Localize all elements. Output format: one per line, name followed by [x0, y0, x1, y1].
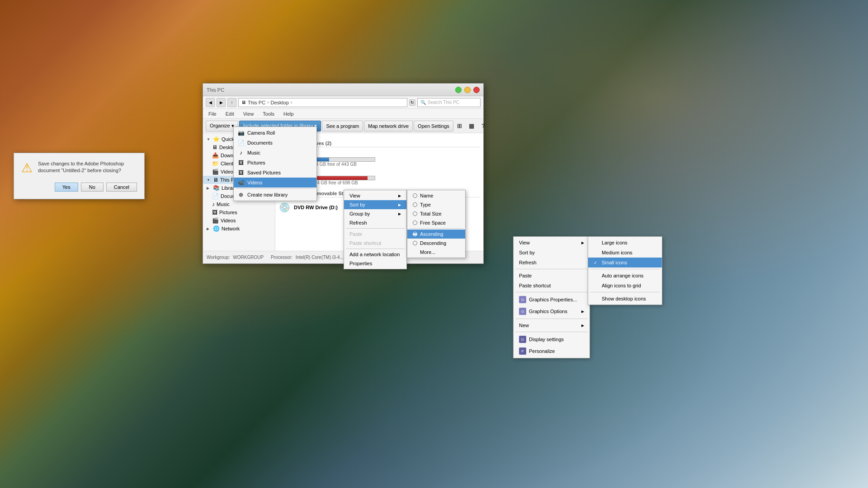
dvd-icon: 💿 [279, 202, 290, 213]
sidebar-item-music[interactable]: ♪ Music [203, 200, 275, 208]
menu-tools[interactable]: Tools [261, 110, 276, 117]
view-auto-arrange[interactable]: Auto arrange icons [588, 271, 662, 281]
dctx-graphics-options[interactable]: G Graphics Options ▶ [514, 305, 590, 317]
minimize-button[interactable] [464, 87, 471, 93]
alert-no-button[interactable]: No [81, 183, 104, 192]
ctx-refresh[interactable]: Refresh [344, 218, 406, 227]
dropdown-separator [236, 188, 315, 189]
sidebar-item-videos2[interactable]: 🎬 Videos [203, 216, 275, 225]
dropdown-documents-label: Documents [247, 140, 273, 145]
ctx-paste-shortcut-label: Paste shortcut [349, 240, 381, 246]
desktop-icon: 🖥 [212, 144, 217, 150]
view-toggle-1[interactable]: ⊞ [454, 121, 465, 131]
sort-total-size[interactable]: Total Size [407, 209, 465, 218]
view-large-icons[interactable]: Large icons [588, 238, 662, 248]
sort-ascending[interactable]: Ascending [407, 230, 465, 239]
sort-free-space[interactable]: Free Space [407, 218, 465, 227]
saved-pictures-icon: 🖼 [237, 169, 245, 176]
dctx-paste[interactable]: Paste [514, 271, 590, 281]
sort-more[interactable]: More... [407, 248, 465, 257]
dropdown-documents[interactable]: 📄 Documents [234, 138, 316, 148]
dctx-graphics-props[interactable]: G Graphics Properties... [514, 294, 590, 305]
dctx-sep1 [515, 269, 588, 269]
address-bar[interactable]: 🖥 This PC › Desktop › [238, 98, 407, 107]
alert-yes-button[interactable]: Yes [55, 183, 78, 192]
forward-button[interactable]: ▶ [217, 98, 226, 107]
drive-e-details: NTFS 59.4 GB free of 698 GB [294, 180, 480, 185]
nav-bar: ◀ ▶ ↑ 🖥 This PC › Desktop › ↻ 🔍 Search T… [203, 96, 483, 109]
dropdown-videos[interactable]: 📹 Videos [234, 178, 316, 188]
see-program-button[interactable]: See a program [322, 121, 363, 131]
up-button[interactable]: ↑ [227, 98, 236, 107]
dropdown-pictures[interactable]: 🖼 Pictures [234, 158, 316, 168]
breadcrumb-desktop: Desktop [270, 100, 288, 105]
sort-context-menu: View ▶ Sort by ▶ Group by ▶ Refresh Past… [344, 190, 407, 269]
dctx-display[interactable]: D Display settings [514, 333, 590, 345]
dctx-graphics-options-label: Graphics Options [529, 309, 567, 314]
view-align-grid[interactable]: Align icons to grid [588, 281, 662, 291]
sort-free-space-radio [413, 221, 417, 225]
dctx-personalize[interactable]: P Personalize [514, 345, 590, 357]
dctx-paste-shortcut-left: Paste shortcut [519, 283, 551, 288]
ctx-groupby[interactable]: Group by ▶ [344, 209, 406, 218]
small-icons-check: ✓ [594, 260, 599, 265]
sidebar-item-network[interactable]: ▶ 🌐 Network [203, 225, 275, 233]
menu-file[interactable]: File [207, 110, 218, 117]
sort-ascending-radio [413, 232, 417, 236]
menu-bar: File Edit View Tools Help [203, 109, 483, 119]
sort-name[interactable]: Name [407, 191, 465, 200]
refresh-button[interactable]: ↻ [409, 99, 415, 106]
ctx-paste-shortcut[interactable]: Paste shortcut [344, 239, 406, 248]
dropdown-music[interactable]: ♪ Music [234, 148, 316, 158]
dctx-view[interactable]: View ▶ [514, 238, 590, 248]
graphics-props-icon: G [519, 296, 526, 303]
view-show-desktop-icons[interactable]: Show desktop icons [588, 294, 662, 304]
ctx-sortby[interactable]: Sort by ▶ [344, 200, 406, 209]
dctx-graphics-props-left: G Graphics Properties... [519, 296, 577, 303]
library-dropdown: 📷 Camera Roll 📄 Documents ♪ Music 🖼 Pict… [233, 127, 317, 201]
help-icon-btn[interactable]: ? [478, 121, 489, 131]
maximize-button[interactable] [455, 87, 462, 93]
ctx-sortby-label: Sort by [349, 202, 365, 207]
ctx-add-network-label: Add a network location [349, 252, 400, 257]
view-small-icons[interactable]: ✓ Small icons [588, 258, 662, 267]
dropdown-create-new[interactable]: ⊕ Create new library [234, 190, 316, 200]
close-button[interactable] [473, 87, 480, 93]
documents-icon: 📄 [212, 193, 219, 199]
view-medium-icons[interactable]: Medium icons [588, 248, 662, 258]
ctx-properties-label: Properties [349, 261, 372, 266]
toolbar-icons: ⊞ ▦ ? [454, 121, 489, 131]
pictures-icon: 🖼 [212, 209, 217, 216]
map-network-button[interactable]: Map network drive [364, 121, 413, 131]
ctx-paste-label: Paste [349, 231, 362, 237]
search-box[interactable]: 🔍 Search This PC [417, 98, 481, 107]
menu-edit[interactable]: Edit [224, 110, 236, 117]
menu-view[interactable]: View [241, 110, 256, 117]
ctx-properties[interactable]: Properties [344, 259, 406, 268]
view-toggle-2[interactable]: ▦ [466, 121, 477, 131]
sort-descending[interactable]: Descending [407, 239, 465, 248]
ctx-view[interactable]: View ▶ [344, 191, 406, 200]
dctx-new[interactable]: New ▶ [514, 320, 590, 330]
menu-help[interactable]: Help [282, 110, 296, 117]
dropdown-saved-pictures[interactable]: 🖼 Saved Pictures [234, 168, 316, 178]
ctx-paste[interactable]: Paste [344, 230, 406, 239]
dctx-view-label: View [519, 240, 530, 245]
back-button[interactable]: ◀ [206, 98, 215, 107]
dctx-sortby[interactable]: Sort by [514, 248, 590, 258]
dctx-paste-shortcut[interactable]: Paste shortcut [514, 281, 590, 291]
network-arrow-icon: ▶ [207, 227, 211, 231]
videos2-icon: 🎬 [212, 217, 219, 224]
dctx-view-arrow: ▶ [581, 241, 584, 245]
dropdown-camera-roll[interactable]: 📷 Camera Roll [234, 128, 316, 138]
dctx-refresh[interactable]: Refresh [514, 258, 590, 267]
dctx-sortby-left: Sort by [519, 250, 535, 255]
drive-e-info: Data (E:) NTFS 59.4 GB free of 698 GB [294, 170, 480, 185]
sidebar-item-pictures[interactable]: 🖼 Pictures [203, 208, 275, 216]
alert-cancel-button[interactable]: Cancel [106, 183, 137, 192]
ctx-sep1 [346, 228, 405, 229]
sort-submenu: Name Type Total Size Free Space Ascendin… [407, 190, 466, 258]
open-settings-button[interactable]: Open Settings [414, 121, 453, 131]
ctx-add-network[interactable]: Add a network location [344, 250, 406, 259]
sort-type[interactable]: Type [407, 200, 465, 209]
